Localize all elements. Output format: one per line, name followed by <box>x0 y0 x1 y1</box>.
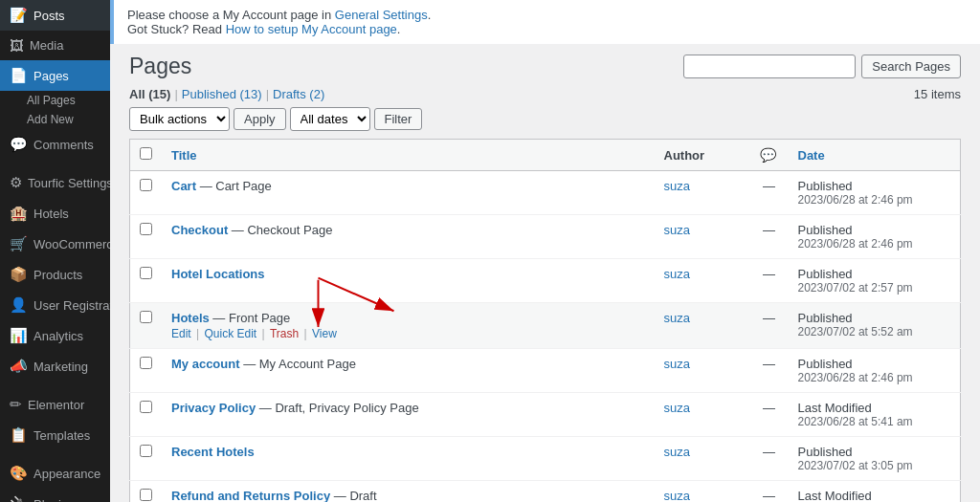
notice-period2: . <box>397 22 401 36</box>
filter-button[interactable]: Filter <box>374 108 423 130</box>
sidebar-item-analytics[interactable]: 📊 Analytics <box>0 320 110 351</box>
col-header-checkbox <box>130 140 163 171</box>
filter-tab-published[interactable]: Published (13) <box>182 87 262 101</box>
table-row: Recent Hotelssuza—Published2023/07/02 at… <box>130 437 961 481</box>
sidebar-all-pages[interactable]: All Pages <box>0 91 110 110</box>
dates-select[interactable]: All dates <box>290 107 370 131</box>
author-link[interactable]: suza <box>664 223 690 237</box>
sidebar-item-plugins[interactable]: 🔌 Plugins <box>0 489 110 502</box>
author-link[interactable]: suza <box>664 267 690 281</box>
row-checkbox[interactable] <box>140 311 152 323</box>
table-row: Hotel Locationssuza—Published2023/07/02 … <box>130 259 961 303</box>
col-header-title[interactable]: Title <box>162 140 655 171</box>
search-pages-button[interactable]: Search Pages <box>861 55 961 78</box>
sidebar-add-new[interactable]: Add New <box>0 110 110 129</box>
date-status: Published <box>798 357 951 371</box>
templates-icon: 📋 <box>10 426 28 444</box>
row-checkbox[interactable] <box>140 357 152 369</box>
row-action-view[interactable]: View <box>312 327 337 340</box>
date-status: Published <box>798 267 951 281</box>
author-link[interactable]: suza <box>664 311 690 325</box>
elementor-icon: ✏ <box>10 396 22 413</box>
items-count: 15 items <box>914 87 961 101</box>
products-icon: 📦 <box>10 266 28 283</box>
page-title-link[interactable]: Hotels <box>171 311 210 325</box>
table-row: Hotels — Front PageEdit | Quick Edit | T… <box>130 303 961 349</box>
notice-line2-prefix: Got Stuck? Read <box>127 22 222 36</box>
sidebar-item-label: User Registration <box>33 298 110 313</box>
media-icon: 🖼 <box>10 37 24 54</box>
select-all-checkbox[interactable] <box>140 147 152 160</box>
sidebar-item-woocommerce[interactable]: 🛒 WooCommerce <box>0 229 110 259</box>
page-subtitle: Front Page <box>229 311 290 325</box>
page-subtitle: Checkout Page <box>247 223 332 237</box>
content-area: Pages Search Pages All (15) | Published … <box>110 44 980 502</box>
row-checkbox[interactable] <box>140 223 152 235</box>
sidebar-item-marketing[interactable]: 📣 Marketing <box>0 351 110 382</box>
author-link[interactable]: suza <box>664 357 690 371</box>
page-subtitle: My Account Page <box>259 357 356 371</box>
row-action-edit[interactable]: Edit <box>171 327 191 340</box>
sidebar-item-hotels[interactable]: 🏨 Hotels <box>0 198 110 229</box>
sidebar: 📝 Posts 🖼 Media 📄 Pages All Pages Add Ne… <box>0 0 110 502</box>
hotels-icon: 🏨 <box>10 205 28 222</box>
notice-link-setup[interactable]: How to setup My Account page <box>226 22 397 36</box>
filter-tab-drafts[interactable]: Drafts (2) <box>273 87 324 101</box>
plugins-icon: 🔌 <box>10 495 28 502</box>
sidebar-item-label: WooCommerce <box>33 237 110 251</box>
notice-link-general-settings[interactable]: General Settings <box>335 8 428 22</box>
sidebar-item-label: Elementor <box>28 398 84 412</box>
sidebar-item-posts[interactable]: 📝 Posts <box>0 0 110 31</box>
page-title-link[interactable]: Refund and Returns Policy <box>171 489 330 502</box>
title-separator: — <box>330 489 349 502</box>
search-pages-input[interactable] <box>683 55 856 78</box>
page-title-link[interactable]: Hotel Locations <box>171 267 265 281</box>
row-checkbox[interactable] <box>140 489 152 501</box>
comments-cell: — <box>750 349 789 393</box>
page-title-link[interactable]: Recent Hotels <box>171 445 255 459</box>
sidebar-item-elementor[interactable]: ✏ Elementor <box>0 389 110 420</box>
comments-cell: — <box>750 393 789 437</box>
page-title-link[interactable]: Cart <box>171 179 196 193</box>
page-title-link[interactable]: My account <box>171 357 240 371</box>
sidebar-item-appearance[interactable]: 🎨 Appearance <box>0 458 110 489</box>
sidebar-item-templates[interactable]: 📋 Templates <box>0 420 110 450</box>
filter-tabs: All (15) | Published (13) | Drafts (2) 1… <box>129 87 961 101</box>
comments-cell: — <box>750 437 789 481</box>
apply-button[interactable]: Apply <box>234 108 286 130</box>
sidebar-item-media[interactable]: 🖼 Media <box>0 31 110 60</box>
bulk-actions-select[interactable]: Bulk actions <box>129 107 230 131</box>
author-link[interactable]: suza <box>664 401 690 415</box>
comments-icon: 💬 <box>10 136 28 153</box>
sidebar-item-label: Comments <box>33 138 94 152</box>
title-separator: — <box>240 357 259 371</box>
sidebar-item-tourfc[interactable]: ⚙ Tourfic Settings <box>0 167 110 198</box>
row-checkbox[interactable] <box>140 267 152 279</box>
sidebar-item-user-registration[interactable]: 👤 User Registration <box>0 290 110 320</box>
date-value: 2023/07/02 at 3:05 pm <box>798 459 951 472</box>
filter-tab-all[interactable]: All (15) <box>129 87 170 101</box>
sidebar-item-products[interactable]: 📦 Products <box>0 259 110 290</box>
notice-bar: Please choose a My Account page in Gener… <box>110 0 980 44</box>
author-link[interactable]: suza <box>664 445 690 459</box>
row-checkbox[interactable] <box>140 179 152 191</box>
sidebar-item-pages[interactable]: 📄 Pages <box>0 60 110 91</box>
row-checkbox[interactable] <box>140 445 152 457</box>
row-action-trash[interactable]: Trash <box>270 327 299 340</box>
col-header-author: Author <box>655 140 750 171</box>
date-cell: Published2023/07/02 at 3:05 pm <box>789 437 961 481</box>
sidebar-item-comments[interactable]: 💬 Comments <box>0 129 110 160</box>
row-action-quick-edit[interactable]: Quick Edit <box>204 327 256 340</box>
date-status: Published <box>798 445 951 459</box>
row-checkbox[interactable] <box>140 401 152 413</box>
col-header-date[interactable]: Date <box>789 140 961 171</box>
date-value: 2023/06/28 at 5:41 am <box>798 415 951 428</box>
page-title-link[interactable]: Checkout <box>171 223 228 237</box>
sidebar-item-label: Media <box>30 38 63 53</box>
date-value: 2023/06/28 at 2:46 pm <box>798 237 951 251</box>
author-link[interactable]: suza <box>664 489 690 502</box>
author-link[interactable]: suza <box>664 179 690 193</box>
table-header-row: Title Author 💬 Date <box>130 140 961 171</box>
main-content: Please choose a My Account page in Gener… <box>110 0 980 502</box>
page-title-link[interactable]: Privacy Policy <box>171 401 256 415</box>
